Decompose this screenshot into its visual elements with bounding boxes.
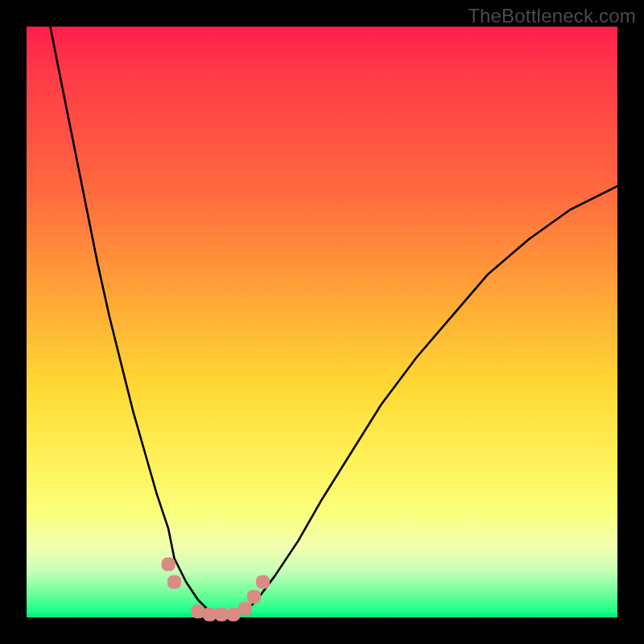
curve-marker — [248, 590, 261, 603]
curve-marker — [168, 576, 181, 588]
curve-marker — [257, 576, 270, 588]
curve-marker — [227, 608, 240, 621]
plot-area — [27, 27, 617, 617]
watermark-text: TheBottleneck.com — [468, 5, 636, 27]
chart-frame: TheBottleneck.com — [0, 0, 644, 644]
curve-marker — [204, 608, 217, 621]
bottleneck-curve — [50, 27, 617, 614]
curve-marker — [239, 602, 252, 615]
curve-marker — [215, 608, 228, 621]
chart-svg — [27, 27, 617, 617]
curve-marker — [192, 605, 204, 618]
curve-marker — [162, 558, 175, 571]
